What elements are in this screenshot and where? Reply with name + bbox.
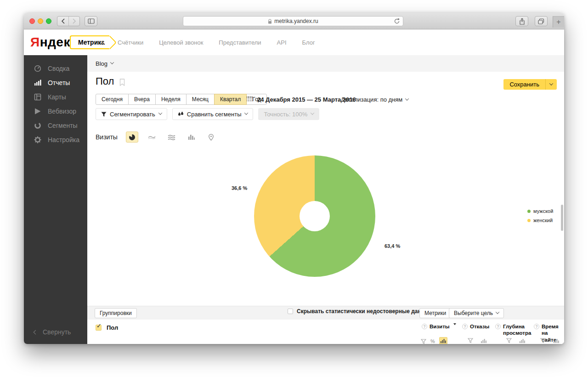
segment-button[interactable]: Сегментировать — [96, 108, 167, 120]
donut-chart — [254, 155, 375, 277]
filter-icon[interactable] — [421, 339, 426, 344]
chevron-left-icon — [61, 18, 65, 24]
help-icon[interactable]: ? — [422, 324, 427, 329]
period-month[interactable]: Месяц — [186, 94, 215, 105]
filter-icon — [101, 112, 107, 117]
product-tab-metrika[interactable]: Метрика — [70, 35, 109, 49]
filter-icon[interactable] — [540, 338, 546, 343]
choose-goal-button[interactable]: Выберите цель — [449, 308, 504, 318]
save-button-group: Сохранить — [503, 79, 557, 90]
zoom-window-button[interactable] — [46, 18, 51, 24]
legend-item-male[interactable]: мужской — [527, 208, 553, 214]
sidebar-item-webvisor[interactable]: Вебвизор — [24, 104, 87, 118]
chart-type-toolbar: Визиты — [96, 132, 217, 143]
collapse-sidebar-button[interactable]: Свернуть — [34, 328, 71, 336]
time-column-tools — [540, 338, 559, 343]
browser-titlebar: metrika.yandex.ru + — [24, 13, 564, 29]
sidebar-item-reports[interactable]: Отчеты — [24, 75, 87, 90]
calendar-icon — [246, 97, 253, 103]
map-pin-icon — [208, 134, 214, 141]
chevron-down-icon — [311, 111, 314, 115]
chart-type-pie-button[interactable] — [126, 132, 138, 143]
nav-blog[interactable]: Блог — [302, 39, 315, 46]
period-quarter[interactable]: Квартал — [214, 94, 247, 105]
service-header: Яндекс Метрика Счётчики Целевой звонок П… — [24, 30, 564, 55]
sort-desc-icon — [453, 323, 456, 325]
column-depth: ? Глубина просмотра — [495, 323, 525, 337]
detailing-selector[interactable]: Детализация: по дням — [341, 96, 408, 103]
nav-counters[interactable]: Счётчики — [118, 39, 143, 46]
page-title: Пол — [96, 75, 114, 87]
close-window-button[interactable] — [29, 18, 35, 24]
sidebar-toggle-button[interactable] — [85, 16, 97, 26]
date-range-picker[interactable]: 24 Декабря 2015 — 25 Марта 2016 — [246, 96, 356, 103]
visits-column-tools: % — [421, 337, 447, 344]
chevron-down-icon — [405, 97, 409, 100]
help-icon[interactable]: ? — [534, 324, 539, 329]
bar-view-icon[interactable] — [520, 338, 525, 343]
bounces-column-tools — [468, 338, 486, 343]
footer-toolbar: Группировки Скрывать статистически недос… — [87, 306, 564, 320]
url-text: metrika.yandex.ru — [274, 18, 318, 24]
vertical-scrollbar[interactable] — [561, 205, 563, 231]
column-visits-header[interactable]: ? Визиты — [422, 323, 459, 330]
chevron-down-icon — [549, 81, 553, 85]
line-chart-icon — [148, 134, 156, 140]
save-button[interactable]: Сохранить — [503, 79, 545, 90]
filter-icon[interactable] — [468, 338, 473, 343]
period-yesterday[interactable]: Вчера — [128, 94, 156, 105]
save-dropdown-button[interactable] — [545, 79, 557, 90]
share-icon — [519, 18, 525, 25]
bar-view-icon[interactable] — [554, 338, 559, 343]
share-button[interactable] — [515, 16, 528, 26]
back-button[interactable] — [57, 17, 68, 26]
forward-button[interactable] — [68, 17, 79, 26]
filter-icon[interactable] — [506, 338, 512, 343]
bookmark-icon[interactable] — [119, 79, 125, 88]
bar-view-icon[interactable] — [481, 338, 486, 343]
chevron-down-icon — [244, 111, 248, 115]
chart-type-line-button[interactable] — [146, 132, 158, 143]
groupings-button[interactable]: Группировки — [95, 308, 137, 318]
counter-switcher[interactable]: Blog — [87, 55, 564, 72]
column-depth-header[interactable]: ? Глубина просмотра — [495, 323, 525, 337]
hide-unreliable-checkbox[interactable] — [288, 309, 293, 314]
nav-api[interactable]: API — [277, 39, 287, 46]
chevron-down-icon — [158, 111, 162, 115]
address-bar[interactable]: metrika.yandex.ru — [183, 16, 403, 26]
nav-representatives[interactable]: Представители — [219, 39, 261, 46]
reload-button[interactable] — [394, 17, 400, 26]
accuracy-button[interactable]: Точность: 100% — [258, 108, 319, 120]
tab-overview-button[interactable] — [535, 16, 548, 26]
gender-checkbox[interactable]: ✓ — [96, 325, 102, 331]
chart-type-stacked-button[interactable] — [165, 132, 178, 143]
chevron-down-icon — [110, 60, 114, 64]
sidebar-item-settings[interactable]: Настройка — [24, 132, 87, 147]
metrics-button[interactable]: Метрики — [419, 308, 451, 318]
pie-label-male: 63,4 % — [384, 243, 400, 249]
period-today[interactable]: Сегодня — [96, 94, 129, 105]
column-bounces-header[interactable]: ? Отказы — [462, 323, 500, 330]
bar-view-active-icon[interactable] — [439, 337, 447, 344]
legend-item-female[interactable]: женский — [527, 218, 553, 223]
help-icon[interactable]: ? — [495, 324, 501, 329]
period-selector: Сегодня Вчера Неделя Месяц Квартал Год — [96, 94, 267, 105]
legend-dot-yellow — [527, 219, 531, 222]
sidebar-item-summary[interactable]: Сводка — [24, 61, 87, 75]
sidebar-item-segments[interactable]: Сегменты — [24, 118, 87, 132]
help-icon[interactable]: ? — [462, 324, 468, 329]
depth-column-tools — [506, 338, 525, 343]
new-tab-button[interactable]: + — [553, 16, 564, 28]
compare-segments-button[interactable]: Сравнить сегменты — [172, 108, 254, 120]
minimize-window-button[interactable] — [38, 18, 43, 24]
compare-drops-icon — [178, 111, 184, 117]
percent-icon[interactable]: % — [430, 338, 435, 344]
sidebar-item-maps[interactable]: Карты — [24, 90, 87, 104]
nav-target-call[interactable]: Целевой звонок — [159, 39, 203, 46]
chart-type-map-button[interactable] — [205, 132, 217, 143]
grouping-row-gender: ✓ Пол — [96, 324, 118, 331]
period-week[interactable]: Неделя — [155, 94, 187, 105]
chart-type-columns-button[interactable] — [185, 132, 198, 143]
check-icon: ✓ — [96, 322, 102, 329]
chart-legend: мужской женский — [527, 208, 553, 227]
